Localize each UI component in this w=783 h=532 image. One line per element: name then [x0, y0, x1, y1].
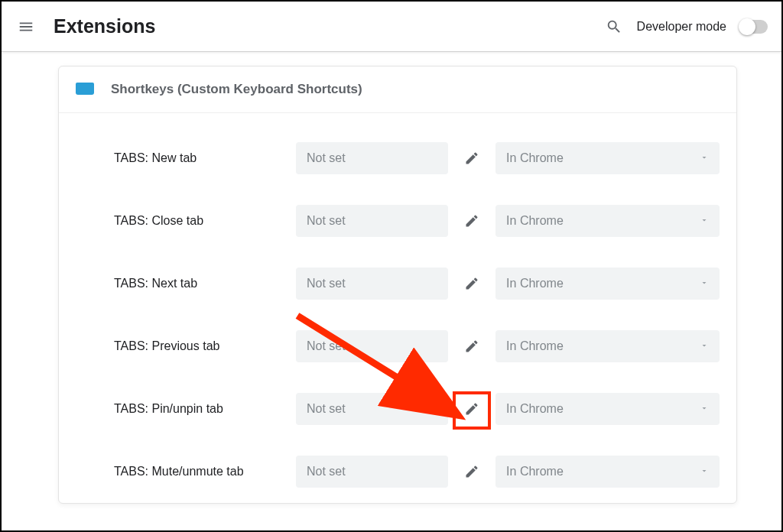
shortcut-row: TABS: Pin/unpin tabNot setIn Chrome	[59, 378, 736, 440]
search-button[interactable]	[599, 11, 629, 42]
extension-shortcuts-card: Shortkeys (Custom Keyboard Shortcuts) TA…	[58, 66, 737, 504]
chevron-down-icon	[700, 151, 709, 165]
edit-shortcut-button[interactable]	[456, 268, 488, 300]
scope-select[interactable]: In Chrome	[495, 268, 720, 300]
scope-select[interactable]: In Chrome	[495, 393, 720, 425]
search-icon	[606, 18, 622, 35]
chevron-down-icon	[700, 277, 709, 290]
scope-select[interactable]: In Chrome	[495, 142, 720, 174]
hamburger-icon	[18, 18, 34, 35]
shortcut-input[interactable]: Not set	[296, 456, 448, 488]
shortcut-label: TABS: Pin/unpin tab	[114, 402, 296, 416]
pencil-icon	[464, 464, 479, 479]
scope-select[interactable]: In Chrome	[495, 456, 720, 488]
scope-select[interactable]: In Chrome	[495, 205, 720, 237]
chevron-down-icon	[700, 339, 709, 353]
shortcut-row: TABS: Mute/unmute tabNot setIn Chrome	[59, 440, 736, 503]
menu-button[interactable]	[11, 11, 41, 42]
scope-value: In Chrome	[506, 277, 564, 290]
shortcut-row: TABS: Previous tabNot setIn Chrome	[59, 315, 736, 378]
pencil-icon	[464, 276, 479, 291]
extension-name: Shortkeys (Custom Keyboard Shortcuts)	[111, 82, 362, 97]
shortcut-row: TABS: Next tabNot setIn Chrome	[59, 252, 736, 315]
toolbar: Extensions Developer mode	[2, 2, 781, 52]
chevron-down-icon	[700, 214, 709, 228]
shortcut-row: TABS: New tabNot setIn Chrome	[59, 127, 736, 190]
shortcut-row: TABS: Close tabNot setIn Chrome	[59, 190, 736, 252]
pencil-icon	[464, 339, 479, 354]
edit-shortcut-button[interactable]	[456, 142, 488, 174]
scope-value: In Chrome	[506, 339, 564, 353]
card-header: Shortkeys (Custom Keyboard Shortcuts)	[59, 66, 736, 113]
shortcut-label: TABS: Previous tab	[114, 339, 296, 353]
scope-select[interactable]: In Chrome	[495, 330, 720, 362]
shortcut-input[interactable]: Not set	[296, 393, 448, 425]
developer-mode-label: Developer mode	[637, 20, 726, 34]
edit-shortcut-button[interactable]	[456, 330, 488, 362]
shortcut-label: TABS: Next tab	[114, 277, 296, 290]
chevron-down-icon	[700, 402, 709, 416]
chevron-down-icon	[700, 465, 709, 478]
scope-value: In Chrome	[506, 465, 564, 478]
shortcut-input[interactable]: Not set	[296, 205, 448, 237]
shortcut-input[interactable]: Not set	[296, 142, 448, 174]
toggle-knob	[739, 18, 755, 35]
shortcut-list: TABS: New tabNot setIn ChromeTABS: Close…	[59, 113, 736, 503]
developer-mode-toggle[interactable]	[740, 20, 768, 34]
edit-shortcut-button[interactable]	[456, 393, 488, 425]
pencil-icon	[464, 401, 479, 417]
shortcut-label: TABS: Mute/unmute tab	[114, 465, 296, 478]
edit-shortcut-button[interactable]	[456, 205, 488, 237]
pencil-icon	[464, 151, 479, 166]
pencil-icon	[464, 213, 479, 229]
shortcut-label: TABS: Close tab	[114, 214, 296, 228]
scope-value: In Chrome	[506, 214, 564, 228]
scope-value: In Chrome	[506, 402, 564, 416]
scope-value: In Chrome	[506, 151, 564, 165]
shortcut-input[interactable]: Not set	[296, 330, 448, 362]
shortcut-input[interactable]: Not set	[296, 268, 448, 300]
edit-shortcut-button[interactable]	[456, 456, 488, 488]
shortcut-label: TABS: New tab	[114, 151, 296, 165]
page-title: Extensions	[54, 15, 155, 37]
extension-icon	[76, 83, 94, 96]
